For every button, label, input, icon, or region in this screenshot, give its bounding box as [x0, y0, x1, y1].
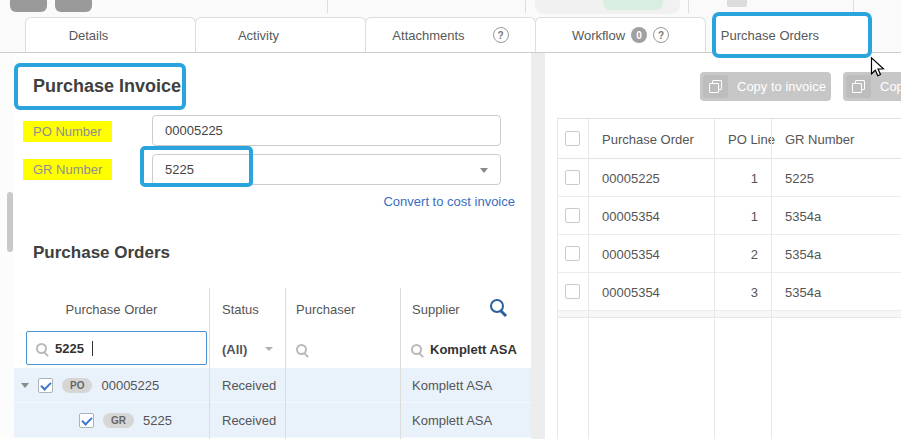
gr-number-label: GR Number	[23, 159, 112, 180]
column-header-purchase-order[interactable]: Purchase Order	[602, 119, 694, 159]
tab-label: Activity	[238, 28, 279, 43]
filter-value: 5225	[55, 341, 84, 356]
column-header-status[interactable]: Status	[209, 288, 285, 330]
row-checkbox[interactable]	[565, 170, 580, 185]
column-header-purchase-order[interactable]: Purchase Order	[14, 288, 209, 330]
tab[interactable]: Activity ?	[195, 17, 366, 52]
cell-po-line: 1	[714, 197, 771, 235]
cell-purchase-order: 00005354	[602, 235, 660, 273]
row-status: Received	[209, 368, 285, 403]
purchase-invoice-highlight-box: Purchase Invoice	[14, 63, 186, 110]
po-number-field[interactable]: 00005225	[152, 115, 501, 146]
cell-purchase-order: 00005354	[602, 273, 660, 311]
tab-label: Details	[69, 28, 109, 43]
search-icon	[36, 343, 47, 354]
table-header: Purchase Order Status Purchaser Supplier	[14, 288, 531, 330]
purchase-orders-section-title: Purchase Orders	[33, 243, 170, 263]
column-divider	[285, 288, 286, 439]
expander-icon[interactable]	[21, 383, 29, 388]
cell-po-line: 2	[714, 235, 771, 273]
column-header-gr-number[interactable]: GR Number	[785, 119, 854, 159]
column-header-supplier[interactable]: Supplier	[400, 288, 531, 330]
cell-po-line: 3	[714, 273, 771, 311]
column-divider	[400, 288, 401, 439]
tab[interactable]: Details ?	[25, 17, 196, 52]
page-title: Purchase Invoice	[33, 76, 181, 97]
purchaser-filter-input[interactable]	[285, 330, 400, 368]
convert-to-cost-invoice-link[interactable]: Convert to cost invoice	[383, 194, 515, 209]
filter-value: Komplett ASA	[430, 342, 517, 357]
purchase-orders-detail-panel: Copy to invoice Copy an Purchase Order P…	[545, 53, 901, 439]
table-rows: 00005225 1 5225 00005354 1 5354a 0000535…	[558, 159, 901, 311]
help-icon[interactable]: ?	[653, 27, 669, 43]
column-header-purchaser[interactable]: Purchaser	[285, 288, 400, 330]
supplier-filter-input[interactable]: Komplett ASA	[400, 330, 531, 368]
tab[interactable]: Purchase Orders ?	[712, 12, 872, 58]
row-checkbox[interactable]	[38, 378, 53, 393]
po-number-value: 00005225	[165, 123, 223, 138]
cell-purchase-order: 00005225	[602, 159, 660, 197]
workflow-count-badge: 0	[631, 27, 647, 43]
status-filter-dropdown[interactable]: (All)	[209, 330, 285, 368]
row-checkbox[interactable]	[79, 413, 94, 428]
column-divider	[209, 288, 210, 439]
table-row[interactable]: GR 5225 Received Komplett ASA	[14, 403, 531, 438]
cell-po-line: 1	[714, 159, 771, 197]
column-header-po-line[interactable]: PO Line	[728, 119, 775, 159]
search-icon	[296, 344, 307, 355]
row-status: Received	[209, 403, 285, 438]
table-header: Purchase Order PO Line GR Number	[558, 119, 901, 159]
row-checkbox[interactable]	[565, 284, 580, 299]
help-icon[interactable]: ?	[493, 27, 509, 43]
cell-purchase-order: 00005354	[602, 197, 660, 235]
cell-gr-number: 5354a	[785, 235, 821, 273]
table-row[interactable]: 00005354 3 5354a	[558, 273, 901, 311]
copy-icon	[703, 75, 728, 98]
copy-to-invoice-button[interactable]: Copy to invoice	[700, 72, 831, 101]
button-label: Copy an	[880, 79, 901, 94]
table-row[interactable]: 00005225 1 5225	[558, 159, 901, 197]
toolbar-divider	[688, 0, 689, 13]
mouse-cursor	[866, 55, 888, 80]
button-label: Copy to invoice	[737, 79, 826, 94]
toolbar-button[interactable]	[55, 0, 92, 12]
search-icon[interactable]	[490, 299, 504, 313]
status-pill	[603, 0, 663, 10]
cell-gr-number: 5354a	[785, 273, 821, 311]
tab[interactable]: Workflow 0 ?	[535, 17, 706, 52]
purchase-invoice-panel: Purchase Invoice PO Number 00005225 GR N…	[14, 53, 531, 439]
cell-gr-number: 5354a	[785, 197, 821, 235]
table-rows: PO 00005225 Received Komplett ASA GR 522…	[14, 368, 531, 438]
toolbar-divider	[525, 0, 526, 13]
table-row[interactable]: 00005354 1 5354a	[558, 197, 901, 235]
column-divider	[714, 119, 715, 439]
row-checkbox[interactable]	[565, 246, 580, 261]
tab[interactable]: Attachments ?	[365, 17, 536, 52]
toolbar-chip	[727, 0, 747, 7]
purchase-orders-table: Purchase Order Status Purchaser Supplier…	[14, 288, 531, 439]
cell-gr-number: 5225	[785, 159, 814, 197]
toolbar-button[interactable]	[10, 0, 47, 12]
toolbar-divider	[327, 0, 328, 13]
search-icon	[411, 344, 422, 355]
tab-label: Attachments	[392, 28, 464, 43]
table-row[interactable]: 00005354 2 5354a	[558, 235, 901, 273]
row-number: 00005225	[101, 378, 159, 393]
table-row[interactable]: PO 00005225 Received Komplett ASA	[14, 368, 531, 403]
chevron-down-icon	[265, 347, 273, 351]
po-number-label: PO Number	[23, 121, 112, 142]
tab-bar: Details ? Activity ? Attachments ? Workf…	[0, 18, 901, 53]
tab-label: Purchase Orders	[721, 28, 819, 43]
chevron-down-icon[interactable]	[480, 168, 488, 173]
po-lines-table: Purchase Order PO Line GR Number 0000522…	[557, 118, 901, 439]
filter-value: (All)	[222, 342, 247, 357]
row-type-badge: GR	[103, 413, 134, 428]
row-number: 5225	[143, 413, 172, 428]
purchase-order-filter-input[interactable]: 5225	[26, 331, 207, 365]
row-type-badge: PO	[62, 378, 92, 393]
column-divider	[771, 119, 772, 439]
row-checkbox[interactable]	[565, 208, 580, 223]
select-all-checkbox[interactable]	[565, 131, 580, 146]
row-supplier: Komplett ASA	[400, 368, 531, 403]
vertical-scrollbar[interactable]	[7, 192, 13, 252]
